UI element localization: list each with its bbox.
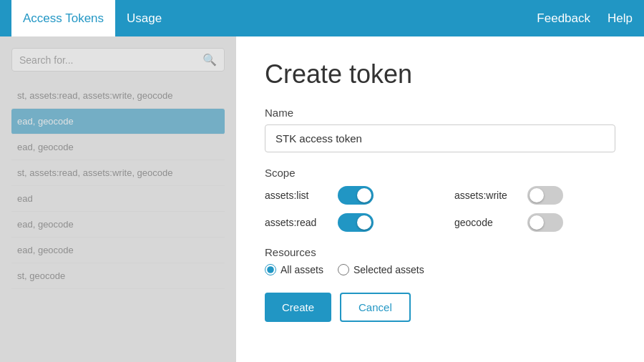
token-list: st, assets:read, assets:write, geocode e… bbox=[11, 83, 225, 289]
page-title: Create token bbox=[265, 59, 615, 89]
scope-assets-list-label: assets:list bbox=[265, 190, 329, 201]
main-panel: Create token Name Scope assets:list asse… bbox=[236, 36, 644, 362]
radio-all-assets-input[interactable] bbox=[265, 264, 276, 275]
sidebar: 🔍 st, assets:read, assets:write, geocode… bbox=[0, 36, 236, 362]
scope-label: Scope bbox=[265, 167, 615, 179]
list-item[interactable]: ead bbox=[11, 186, 225, 212]
list-item[interactable]: ead, geocode bbox=[11, 212, 225, 238]
list-item[interactable]: ead, geocode bbox=[11, 134, 225, 160]
tab-usage[interactable]: Usage bbox=[115, 0, 173, 36]
radio-all-assets-label: All assets bbox=[280, 264, 323, 275]
help-link[interactable]: Help bbox=[608, 11, 633, 26]
toggle-geocode[interactable] bbox=[527, 213, 563, 232]
scope-assets-read: assets:read bbox=[265, 213, 426, 232]
search-input[interactable] bbox=[19, 54, 203, 66]
resources-radio-group: All assets Selected assets bbox=[265, 264, 615, 275]
scope-geocode: geocode bbox=[454, 213, 615, 232]
list-item[interactable]: st, assets:read, assets:write, geocode bbox=[11, 160, 225, 186]
name-input[interactable] bbox=[265, 124, 615, 152]
list-item[interactable]: st, assets:read, assets:write, geocode bbox=[11, 83, 225, 109]
radio-selected-assets-label: Selected assets bbox=[353, 264, 424, 275]
toggle-assets-list[interactable] bbox=[338, 186, 374, 205]
radio-all-assets[interactable]: All assets bbox=[265, 264, 323, 275]
top-nav: Access Tokens Usage Feedback Help bbox=[0, 0, 644, 36]
list-item[interactable]: ead, geocode bbox=[11, 238, 225, 263]
radio-selected-assets-input[interactable] bbox=[338, 264, 349, 275]
toggle-assets-read[interactable] bbox=[338, 213, 374, 232]
scope-assets-write: assets:write bbox=[454, 186, 615, 205]
scope-assets-read-label: assets:read bbox=[265, 217, 329, 228]
resources-label: Resources bbox=[265, 246, 615, 258]
main-layout: 🔍 st, assets:read, assets:write, geocode… bbox=[0, 36, 644, 362]
name-label: Name bbox=[265, 107, 615, 119]
button-row: Create Cancel bbox=[265, 293, 615, 322]
toggle-assets-write[interactable] bbox=[527, 186, 563, 205]
scope-assets-list: assets:list bbox=[265, 186, 426, 205]
search-icon: 🔍 bbox=[203, 53, 217, 67]
scope-grid: assets:list assets:write bbox=[265, 186, 615, 232]
scope-assets-write-label: assets:write bbox=[454, 190, 519, 201]
nav-right-links: Feedback Help bbox=[537, 11, 633, 26]
search-box[interactable]: 🔍 bbox=[11, 48, 225, 72]
scope-geocode-label: geocode bbox=[454, 217, 519, 228]
feedback-link[interactable]: Feedback bbox=[537, 11, 590, 26]
cancel-button[interactable]: Cancel bbox=[340, 293, 411, 322]
resources-section: Resources All assets Selected assets bbox=[265, 246, 615, 275]
list-item[interactable]: ead, geocode bbox=[11, 109, 225, 134]
scope-section: Scope assets:list assets:write bbox=[265, 167, 615, 232]
tab-access-tokens[interactable]: Access Tokens bbox=[11, 0, 115, 36]
radio-selected-assets[interactable]: Selected assets bbox=[338, 264, 424, 275]
list-item[interactable]: st, geocode bbox=[11, 263, 225, 289]
create-button[interactable]: Create bbox=[265, 293, 331, 322]
